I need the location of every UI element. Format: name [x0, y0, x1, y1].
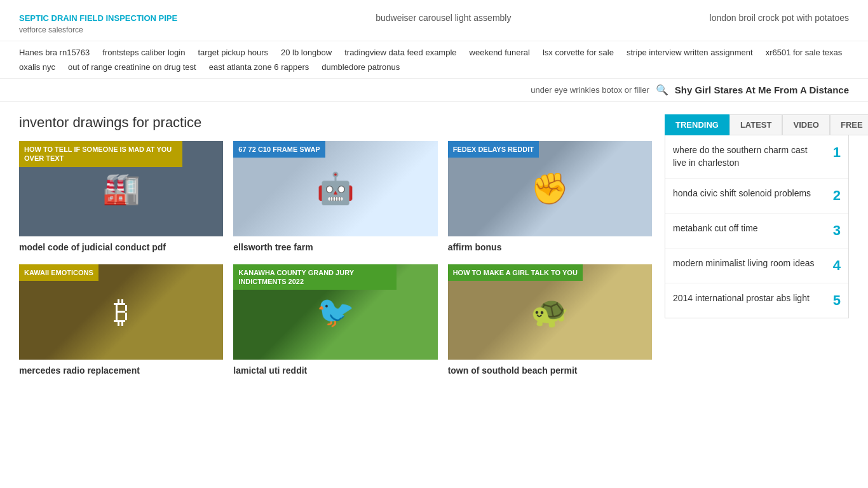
article-title: ellsworth tree farm: [233, 241, 437, 254]
nav-links: Hanes bra rn15763frontsteps caliber logi…: [0, 41, 868, 79]
search-bar-row: under eye wrinkles botox or filler 🔍 Shy…: [0, 79, 868, 102]
nav-link[interactable]: tradingview data feed example: [344, 48, 456, 57]
nav-link[interactable]: lsx corvette for sale: [543, 48, 614, 57]
nav-link[interactable]: frontsteps caliber login: [102, 48, 185, 57]
content-left: inventor drawings for practice 🏭HOW TO T…: [19, 114, 652, 377]
trending-tab-latest[interactable]: LATEST: [729, 114, 783, 135]
nav-link[interactable]: out of range creatinine on drug test: [68, 62, 196, 72]
article-badge: KAWAII EMOTICONS: [19, 264, 98, 281]
top-bar-right-link[interactable]: london broil crock pot with potatoes: [710, 13, 849, 23]
trending-item-number: 3: [825, 222, 841, 239]
article-card[interactable]: 🤖67 72 C10 FRAME SWAPellsworth tree farm: [233, 141, 437, 254]
article-badge: HOW TO MAKE A GIRL TALK TO YOU: [448, 264, 583, 281]
article-image: 🐢HOW TO MAKE A GIRL TALK TO YOU: [448, 264, 652, 360]
article-title: lamictal uti reddit: [233, 365, 437, 377]
article-image: 🐦KANAWHA COUNTY GRAND JURY INDICTMENTS 2…: [233, 264, 437, 360]
page-title: inventor drawings for practice: [19, 114, 652, 131]
trending-item-text: where do the southern charm cast live in…: [673, 144, 818, 169]
article-badge: 67 72 C10 FRAME SWAP: [233, 141, 325, 158]
nav-link[interactable]: Hanes bra rn15763: [19, 48, 90, 57]
top-bar-sub: vetforce salesforce: [19, 25, 177, 34]
trending-item-number: 2: [825, 187, 841, 204]
article-card[interactable]: ₿KAWAII EMOTICONSmercedes radio replacem…: [19, 264, 223, 377]
trending-item[interactable]: metabank cut off time3: [665, 214, 848, 248]
top-bar-left: SEPTIC DRAIN FIELD INSPECTION PIPE vetfo…: [19, 13, 177, 34]
article-title: mercedes radio replacement: [19, 365, 223, 377]
article-badge: KANAWHA COUNTY GRAND JURY INDICTMENTS 20…: [233, 264, 397, 290]
article-card[interactable]: 🏭HOW TO TELL IF SOMEONE IS MAD AT YOU OV…: [19, 141, 223, 254]
article-image: 🤖67 72 C10 FRAME SWAP: [233, 141, 437, 236]
nav-link[interactable]: 20 lb longbow: [281, 48, 332, 57]
search-bar-text: under eye wrinkles botox or filler: [531, 85, 649, 95]
trending-item-text: 2014 international prostar abs light: [673, 292, 818, 305]
trending-list: where do the southern charm cast live in…: [665, 135, 849, 318]
trending-item-number: 1: [825, 144, 841, 161]
article-image: ₿KAWAII EMOTICONS: [19, 264, 223, 360]
nav-link[interactable]: xr6501 for sale texas: [766, 48, 843, 57]
top-bar: SEPTIC DRAIN FIELD INSPECTION PIPE vetfo…: [0, 0, 868, 41]
trending-item[interactable]: honda civic shift solenoid problems2: [665, 179, 848, 214]
search-icon[interactable]: 🔍: [656, 84, 668, 96]
trending-tab-trending[interactable]: TRENDING: [665, 114, 729, 135]
nav-link[interactable]: weekend funeral: [470, 48, 530, 57]
trending-tab-free[interactable]: FREE: [830, 114, 868, 135]
nav-link[interactable]: oxalis nyc: [19, 62, 55, 72]
top-bar-main-link[interactable]: SEPTIC DRAIN FIELD INSPECTION PIPE: [19, 13, 177, 23]
search-highlight[interactable]: Shy Girl Stares At Me From A Distance: [675, 85, 849, 95]
article-badge: HOW TO TELL IF SOMEONE IS MAD AT YOU OVE…: [19, 141, 182, 167]
article-card[interactable]: 🐦KANAWHA COUNTY GRAND JURY INDICTMENTS 2…: [233, 264, 437, 377]
article-card[interactable]: 🐢HOW TO MAKE A GIRL TALK TO YOUtown of s…: [448, 264, 652, 377]
nav-link[interactable]: dumbledore patronus: [322, 62, 400, 72]
trending-item-text: modern minimalist living room ideas: [673, 257, 818, 270]
sidebar: TRENDINGLATESTVIDEOFREE where do the sou…: [665, 114, 849, 377]
trending-item[interactable]: 2014 international prostar abs light5: [665, 283, 848, 318]
trending-tab-video[interactable]: VIDEO: [782, 114, 829, 135]
article-card[interactable]: ✊FEDEX DELAYS REDDITaffirm bonus: [448, 141, 652, 254]
nav-link[interactable]: target pickup hours: [198, 48, 268, 57]
nav-link[interactable]: stripe interview written assignment: [627, 48, 753, 57]
article-image: 🏭HOW TO TELL IF SOMEONE IS MAD AT YOU OV…: [19, 141, 223, 236]
trending-tabs: TRENDINGLATESTVIDEOFREE: [665, 114, 849, 135]
top-bar-center-link[interactable]: budweiser carousel light assembly: [203, 13, 684, 23]
nav-link[interactable]: east atlanta zone 6 rappers: [209, 62, 309, 72]
trending-item-text: metabank cut off time: [673, 222, 818, 235]
trending-item[interactable]: where do the southern charm cast live in…: [665, 135, 848, 179]
article-title: model code of judicial conduct pdf: [19, 241, 223, 254]
article-grid: 🏭HOW TO TELL IF SOMEONE IS MAD AT YOU OV…: [19, 141, 652, 377]
article-image: ✊FEDEX DELAYS REDDIT: [448, 141, 652, 236]
article-badge: FEDEX DELAYS REDDIT: [448, 141, 539, 158]
trending-item-number: 4: [825, 257, 841, 274]
trending-item[interactable]: modern minimalist living room ideas4: [665, 248, 848, 283]
trending-item-text: honda civic shift solenoid problems: [673, 187, 818, 200]
trending-item-number: 5: [825, 292, 841, 309]
main-content: inventor drawings for practice 🏭HOW TO T…: [0, 102, 868, 390]
article-title: town of southold beach permit: [448, 365, 652, 377]
article-title: affirm bonus: [448, 241, 652, 254]
